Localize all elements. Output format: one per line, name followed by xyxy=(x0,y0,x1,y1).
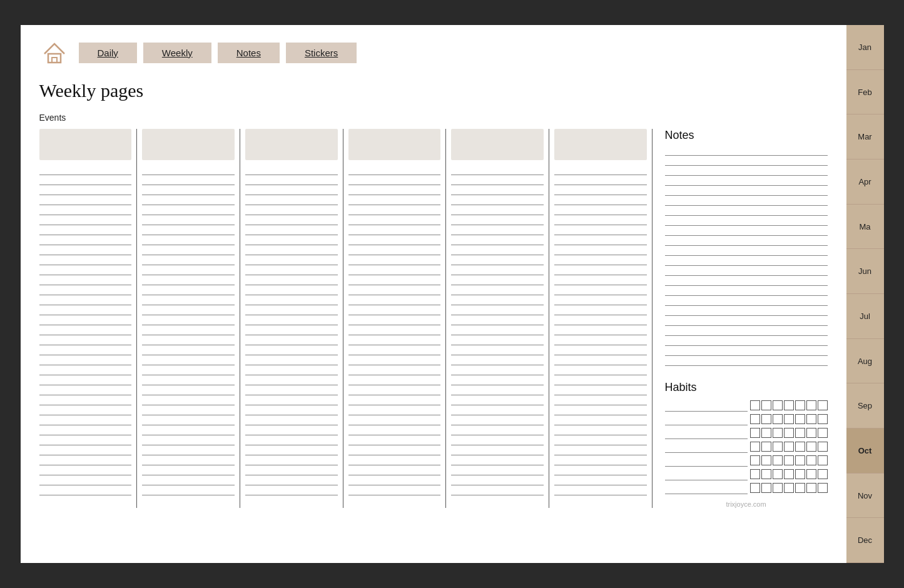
col-line xyxy=(39,425,132,435)
tab-daily[interactable]: Daily xyxy=(79,43,137,63)
col-line xyxy=(348,215,441,225)
col-line xyxy=(245,285,338,295)
col-line xyxy=(451,285,544,295)
habit-checkbox[interactable] xyxy=(761,442,771,452)
habit-checkbox[interactable] xyxy=(818,414,828,424)
habit-checkbox[interactable] xyxy=(795,400,805,410)
col-line xyxy=(245,335,338,345)
habit-checkbox[interactable] xyxy=(761,428,771,438)
habit-checkbox[interactable] xyxy=(806,483,816,493)
habit-checkbox[interactable] xyxy=(818,400,828,410)
month-sep[interactable]: Sep xyxy=(846,383,884,428)
habit-checkbox[interactable] xyxy=(761,483,771,493)
col-line xyxy=(348,405,441,415)
habit-checkbox[interactable] xyxy=(818,442,828,452)
habit-checkbox[interactable] xyxy=(784,455,794,465)
tab-weekly[interactable]: Weekly xyxy=(143,43,211,63)
col-line xyxy=(451,485,544,495)
tab-notes[interactable]: Notes xyxy=(218,43,280,63)
habit-checkbox[interactable] xyxy=(761,400,771,410)
month-jul[interactable]: Jul xyxy=(846,294,884,339)
habit-checkbox[interactable] xyxy=(818,428,828,438)
month-mar[interactable]: Mar xyxy=(846,114,884,160)
habit-checkbox[interactable] xyxy=(773,428,783,438)
col-line xyxy=(348,245,441,255)
footer-text: trixjoyce.com xyxy=(665,500,828,508)
habit-checkbox[interactable] xyxy=(806,428,816,438)
month-oct[interactable]: Oct xyxy=(846,428,884,474)
col-line xyxy=(245,385,338,395)
month-dec[interactable]: Dec xyxy=(846,518,884,563)
habit-checkbox[interactable] xyxy=(750,400,760,410)
habit-checkbox[interactable] xyxy=(795,414,805,424)
col-line xyxy=(451,245,544,255)
col-line xyxy=(348,325,441,335)
habit-checkbox[interactable] xyxy=(784,428,794,438)
col-line xyxy=(348,315,441,325)
habit-checkbox[interactable] xyxy=(795,442,805,452)
month-may[interactable]: Ma xyxy=(846,205,884,250)
note-line xyxy=(665,266,828,276)
habit-checkbox[interactable] xyxy=(795,469,805,479)
col-line xyxy=(142,265,235,275)
col-line xyxy=(554,315,647,325)
habit-checkbox[interactable] xyxy=(773,469,783,479)
habit-checkboxes xyxy=(750,414,828,424)
month-aug[interactable]: Aug xyxy=(846,339,884,384)
event-col-2 xyxy=(137,129,240,508)
habit-checkbox[interactable] xyxy=(795,455,805,465)
col-line xyxy=(451,385,544,395)
home-icon[interactable] xyxy=(39,38,69,68)
col-line xyxy=(348,185,441,195)
habit-checkbox[interactable] xyxy=(806,442,816,452)
habit-checkbox[interactable] xyxy=(773,455,783,465)
habit-checkbox[interactable] xyxy=(806,414,816,424)
col-line xyxy=(348,285,441,295)
col-line xyxy=(39,415,132,425)
col-line xyxy=(39,395,132,405)
month-nov[interactable]: Nov xyxy=(846,474,884,519)
habit-checkbox[interactable] xyxy=(750,414,760,424)
habit-checkbox[interactable] xyxy=(773,400,783,410)
tab-stickers[interactable]: Stickers xyxy=(286,43,357,63)
habit-checkbox[interactable] xyxy=(761,469,771,479)
habit-checkbox[interactable] xyxy=(750,469,760,479)
habit-checkbox[interactable] xyxy=(818,455,828,465)
month-apr[interactable]: Apr xyxy=(846,160,884,205)
habit-checkbox[interactable] xyxy=(795,483,805,493)
col-line xyxy=(245,205,338,215)
habit-checkbox[interactable] xyxy=(806,469,816,479)
month-feb[interactable]: Feb xyxy=(846,70,884,115)
habit-checkbox[interactable] xyxy=(773,414,783,424)
col-line xyxy=(451,315,544,325)
habit-checkbox[interactable] xyxy=(806,455,816,465)
col-line xyxy=(348,295,441,305)
habit-checkbox[interactable] xyxy=(818,483,828,493)
habit-checkbox[interactable] xyxy=(750,428,760,438)
month-jan[interactable]: Jan xyxy=(846,25,884,70)
col-line xyxy=(245,165,338,175)
habit-checkbox[interactable] xyxy=(761,414,771,424)
habit-checkbox[interactable] xyxy=(806,400,816,410)
habit-checkbox[interactable] xyxy=(761,455,771,465)
habit-checkbox[interactable] xyxy=(784,442,794,452)
col-header-1 xyxy=(39,129,132,160)
habit-checkbox[interactable] xyxy=(784,414,794,424)
col-line xyxy=(39,405,132,415)
habit-checkbox[interactable] xyxy=(750,442,760,452)
habit-checkbox[interactable] xyxy=(784,469,794,479)
habit-checkbox[interactable] xyxy=(750,483,760,493)
habit-checkbox[interactable] xyxy=(784,400,794,410)
habit-checkbox[interactable] xyxy=(795,428,805,438)
habit-checkbox[interactable] xyxy=(750,455,760,465)
habit-checkbox[interactable] xyxy=(773,483,783,493)
col-line xyxy=(348,225,441,235)
habit-checkbox[interactable] xyxy=(773,442,783,452)
habit-checkbox[interactable] xyxy=(784,483,794,493)
month-jun[interactable]: Jun xyxy=(846,249,884,294)
habit-checkboxes xyxy=(750,442,828,452)
habit-line xyxy=(665,468,748,480)
col-line xyxy=(348,235,441,245)
habit-checkbox[interactable] xyxy=(818,469,828,479)
notes-title: Notes xyxy=(665,129,828,142)
